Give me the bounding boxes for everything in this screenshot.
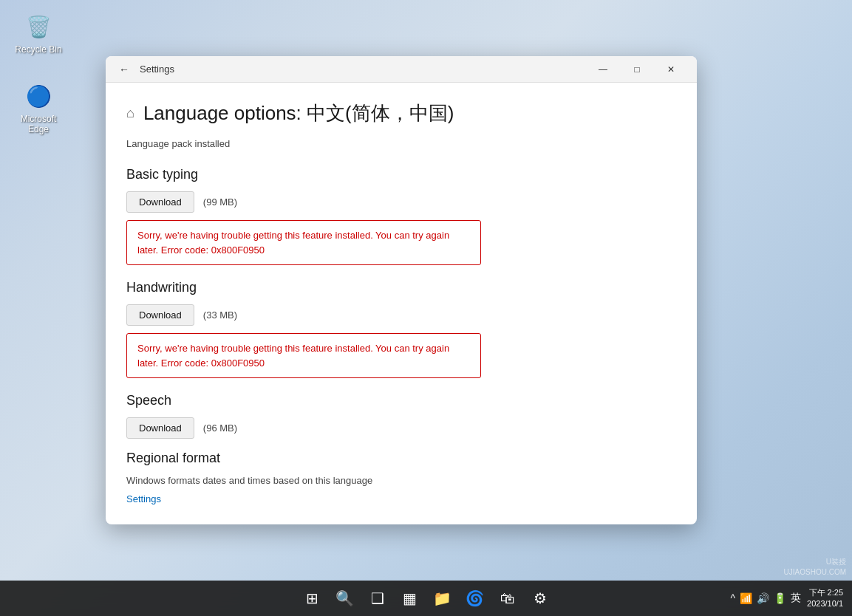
edge-image: 🔵 <box>24 81 53 111</box>
speech-file-size: (96 MB) <box>203 422 237 434</box>
window-controls: — □ ✕ <box>586 56 688 83</box>
basic-typing-error-box: Sorry, we're having trouble getting this… <box>126 220 481 265</box>
store-button[interactable]: 🛍 <box>494 585 521 612</box>
system-tray: ^ 📶 🔊 🔋 英 <box>730 592 801 605</box>
handwriting-download-row: Download (33 MB) <box>126 304 676 326</box>
edge-icon[interactable]: 🔵 Microsoft Edge <box>12 81 65 134</box>
tray-chevron-icon[interactable]: ^ <box>730 592 735 604</box>
time-display[interactable]: 下午 2:25 2023/10/1 <box>807 587 843 610</box>
lang-pack-status: Language pack installed <box>126 138 676 149</box>
task-view-icon: ❑ <box>371 589 384 607</box>
regional-format-title: Regional format <box>126 451 676 466</box>
title-bar: ← Settings — □ ✕ <box>106 56 697 83</box>
battery-icon[interactable]: 🔋 <box>774 592 786 604</box>
close-button[interactable]: ✕ <box>654 56 688 83</box>
start-button[interactable]: ⊞ <box>299 585 326 612</box>
watermark-text: U装授UJIAOSHOU.COM <box>784 557 846 578</box>
edge-label: Microsoft Edge <box>12 114 65 134</box>
home-icon[interactable]: ⌂ <box>126 106 134 121</box>
regional-settings-link[interactable]: Settings <box>126 493 161 504</box>
title-bar-left: ← Settings <box>115 62 174 77</box>
basic-typing-section: Basic typing Download (99 MB) Sorry, we'… <box>126 167 676 265</box>
store-icon: 🛍 <box>500 590 515 607</box>
date-value: 2023/10/1 <box>807 598 843 609</box>
speech-download-row: Download (96 MB) <box>126 417 676 439</box>
regional-format-section: Regional format Windows formats dates an… <box>126 451 676 505</box>
watermark: U装授UJIAOSHOU.COM <box>784 557 846 578</box>
task-view-button[interactable]: ❑ <box>364 585 391 612</box>
settings-window: ← Settings — □ ✕ ⌂ Language options: 中文(… <box>106 56 697 524</box>
settings-taskbar-button[interactable]: ⚙ <box>527 585 553 612</box>
handwriting-title: Handwriting <box>126 280 676 295</box>
minimize-button[interactable]: — <box>586 56 620 83</box>
search-icon: 🔍 <box>335 589 354 607</box>
settings-taskbar-icon: ⚙ <box>534 589 547 607</box>
widgets-icon: ▦ <box>403 589 417 607</box>
explorer-icon: 📁 <box>433 589 451 607</box>
widgets-button[interactable]: ▦ <box>397 585 423 612</box>
handwriting-error-box: Sorry, we're having trouble getting this… <box>126 333 481 378</box>
basic-typing-title: Basic typing <box>126 167 676 182</box>
maximize-button[interactable]: □ <box>620 56 654 83</box>
basic-typing-download-button[interactable]: Download <box>126 191 194 213</box>
time-value: 下午 2:25 <box>807 587 843 598</box>
regional-format-description: Windows formats dates and times based on… <box>126 475 676 486</box>
taskbar-center: ⊞ 🔍 ❑ ▦ 📁 🌀 🛍 ⚙ <box>299 585 553 612</box>
handwriting-error-text: Sorry, we're having trouble getting this… <box>137 343 449 369</box>
page-header: ⌂ Language options: 中文(简体，中国) <box>126 100 676 126</box>
volume-icon[interactable]: 🔊 <box>757 592 769 604</box>
window-title: Settings <box>140 64 174 75</box>
lang-indicator[interactable]: 英 <box>791 592 801 605</box>
taskbar-right: ^ 📶 🔊 🔋 英 下午 2:25 2023/10/1 <box>730 587 843 610</box>
basic-typing-download-row: Download (99 MB) <box>126 191 676 213</box>
page-title: Language options: 中文(简体，中国) <box>143 100 454 126</box>
handwriting-download-button[interactable]: Download <box>126 304 194 326</box>
taskbar: ⊞ 🔍 ❑ ▦ 📁 🌀 🛍 ⚙ <box>0 581 852 616</box>
explorer-button[interactable]: 📁 <box>429 585 456 612</box>
start-icon: ⊞ <box>306 589 318 607</box>
basic-typing-error-text: Sorry, we're having trouble getting this… <box>137 230 449 256</box>
desktop: 🗑️ Recycle Bin 🔵 Microsoft Edge ← Settin… <box>0 0 852 616</box>
settings-content: ⌂ Language options: 中文(简体，中国) Language p… <box>106 83 697 524</box>
edge-taskbar-button[interactable]: 🌀 <box>462 585 488 612</box>
speech-section: Speech Download (96 MB) <box>126 393 676 439</box>
back-button[interactable]: ← <box>115 62 134 77</box>
handwriting-file-size: (33 MB) <box>203 309 237 321</box>
basic-typing-file-size: (99 MB) <box>203 196 237 208</box>
recycle-bin-icon[interactable]: 🗑️ Recycle Bin <box>12 12 65 55</box>
speech-title: Speech <box>126 393 676 408</box>
search-button[interactable]: 🔍 <box>332 585 358 612</box>
network-icon[interactable]: 📶 <box>740 592 752 604</box>
speech-download-button[interactable]: Download <box>126 417 194 439</box>
handwriting-section: Handwriting Download (33 MB) Sorry, we'r… <box>126 280 676 378</box>
recycle-bin-image: 🗑️ <box>24 12 53 41</box>
recycle-bin-label: Recycle Bin <box>15 44 61 55</box>
edge-taskbar-icon: 🌀 <box>466 589 484 607</box>
